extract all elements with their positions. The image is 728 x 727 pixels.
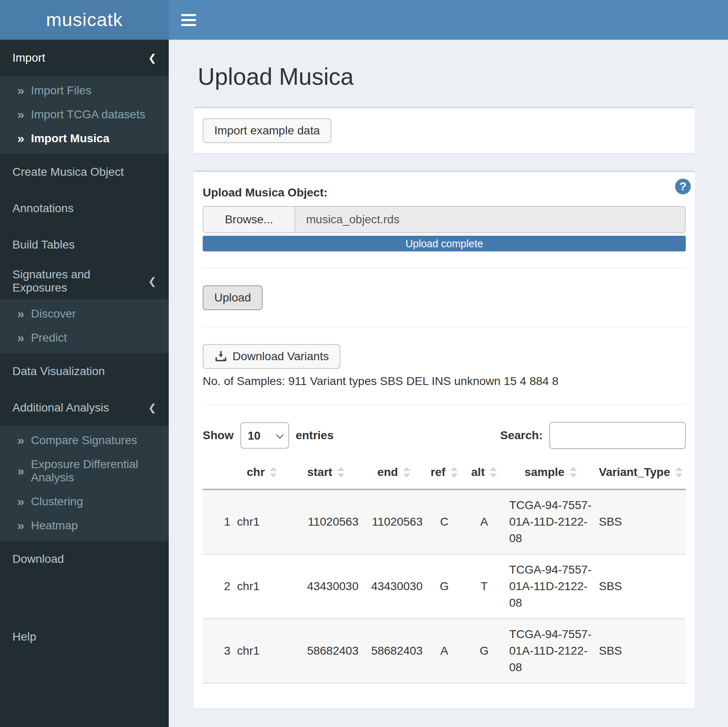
search-label: Search: [500, 429, 543, 442]
sidebar-subitem-label: Compare Signatures [31, 434, 137, 447]
search-input[interactable] [549, 422, 686, 449]
sidebar-item-label: Data Visualization [12, 365, 105, 378]
sidebar-item-download[interactable]: Download [0, 541, 169, 577]
chevron-left-icon: ❮ [148, 52, 156, 64]
sidebar-subitem-heatmap[interactable]: »Heatmap [0, 514, 169, 538]
download-variants-button[interactable]: Download Variants [203, 344, 340, 369]
main-header: musicatk [0, 0, 728, 40]
sidebar-item-additional-analysis[interactable]: Additional Analysis❮ [0, 390, 169, 426]
divider [203, 327, 686, 328]
column-header-variant-type[interactable]: Variant_Type [596, 460, 686, 490]
sidebar-subitem-compare-signatures[interactable]: »Compare Signatures [0, 428, 169, 452]
file-name-field[interactable]: musica_object.rds [295, 206, 686, 233]
page-length-select-wrap: 10 [240, 422, 289, 449]
angle-double-right-icon: » [17, 465, 24, 477]
sidebar-item-data-visualization[interactable]: Data Visualization [0, 353, 169, 390]
browse-button[interactable]: Browse... [203, 206, 295, 233]
sidebar-item-label: Import [12, 51, 45, 65]
divider [203, 404, 686, 405]
angle-double-right-icon: » [17, 496, 24, 507]
sidebar-item-label: Help [12, 630, 36, 643]
datatable-controls: Show 10 entries Search: [203, 422, 686, 449]
sidebar-item-label: Download [12, 552, 64, 566]
top-navbar [169, 0, 728, 40]
sidebar-item-label: Signatures and Exposures [12, 268, 148, 294]
sidebar-item-build-tables[interactable]: Build Tables [0, 227, 169, 263]
divider [203, 268, 686, 269]
chevron-left-icon: ❮ [148, 402, 156, 414]
sidebar-item-label: Create Musica Object [12, 165, 124, 179]
sort-icon [450, 467, 458, 478]
download-icon [214, 350, 228, 363]
cell-ref: A [426, 619, 463, 683]
file-input-group: Browse... musica_object.rds [203, 206, 686, 233]
upload-button[interactable]: Upload [203, 285, 263, 310]
sidebar-item-signatures-and-exposures[interactable]: Signatures and Exposures❮ [0, 263, 169, 299]
column-header-label: start [307, 466, 333, 479]
sidebar-subitem-import-tcga-datasets[interactable]: »Import TCGA datasets [0, 103, 169, 127]
sidebar-subitem-exposure-differential-analysis[interactable]: »Exposure Differential Analysis [0, 452, 169, 490]
sidebar-subitem-label: Clustering [31, 495, 83, 508]
angle-double-right-icon: » [17, 308, 24, 320]
cell-index: 3 [203, 619, 234, 683]
table-row[interactable]: 3chr15868240358682403AGTCGA-94-7557-01A-… [203, 619, 686, 683]
sidebar-menu: Import❮»Import Files»Import TCGA dataset… [0, 40, 169, 727]
table-row[interactable]: 2chr14343003043430030GTTCGA-94-7557-01A-… [203, 554, 686, 619]
cell-start: 58682403 [290, 619, 362, 683]
upload-progress-bar: Upload complete [203, 236, 686, 251]
cell-variant_type: SBS [596, 490, 686, 555]
show-label: Show [203, 429, 234, 442]
help-icon[interactable]: ? [675, 179, 691, 194]
sort-icon [270, 467, 277, 478]
column-header-label: alt [471, 466, 485, 479]
sidebar-subitem-discover[interactable]: »Discover [0, 302, 169, 326]
sort-icon [490, 467, 497, 478]
hamburger-icon [181, 14, 196, 16]
table-header: chrstartendrefaltsampleVariant_Type [203, 460, 686, 490]
cell-alt: G [462, 619, 506, 683]
column-header-label: end [377, 466, 398, 479]
cell-sample: TCGA-94-7557-01A-11D-2122-08 [506, 490, 596, 555]
row-number-header [203, 460, 234, 490]
column-header-start[interactable]: start [290, 460, 362, 490]
column-header-end[interactable]: end [362, 460, 426, 490]
cell-chr: chr1 [234, 554, 290, 619]
sidebar-subitem-import-musica[interactable]: »Import Musica [0, 127, 169, 151]
sidebar-subitem-label: Heatmap [31, 519, 78, 532]
variants-table: chrstartendrefaltsampleVariant_Type 1chr… [203, 460, 686, 684]
sidebar-toggle-button[interactable] [169, 0, 208, 40]
angle-double-right-icon: » [17, 133, 24, 144]
sidebar-subitem-label: Predict [31, 331, 67, 344]
sidebar-subitem-label: Import Files [31, 84, 91, 97]
sidebar-subitem-clustering[interactable]: »Clustering [0, 490, 169, 514]
cell-ref: G [426, 554, 463, 619]
sidebar-subitem-import-files[interactable]: »Import Files [0, 79, 169, 103]
page-length-select[interactable]: 10 [240, 422, 289, 449]
column-header-label: ref [431, 466, 445, 479]
chevron-left-icon: ❮ [148, 275, 156, 287]
sidebar-subitem-predict[interactable]: »Predict [0, 326, 169, 350]
cell-sample: TCGA-94-7557-01A-11D-2122-08 [506, 619, 596, 683]
sidebar-item-create-musica-object[interactable]: Create Musica Object [0, 154, 169, 190]
page-title: Upload Musica [198, 63, 695, 90]
import-example-data-button[interactable]: Import example data [203, 118, 331, 143]
download-variants-label: Download Variants [232, 350, 329, 363]
sort-icon [675, 467, 682, 478]
cell-index: 1 [203, 490, 234, 555]
sidebar-submenu: »Import Files»Import TCGA datasets»Impor… [0, 76, 169, 154]
sidebar-subitem-label: Import TCGA datasets [31, 108, 146, 121]
angle-double-right-icon: » [17, 435, 24, 446]
column-header-ref[interactable]: ref [426, 460, 463, 490]
sidebar-item-annotations[interactable]: Annotations [0, 190, 169, 227]
cell-start: 11020563 [290, 490, 362, 555]
cell-chr: chr1 [234, 619, 290, 683]
table-row[interactable]: 1chr11102056311020563CATCGA-94-7557-01A-… [203, 490, 686, 555]
sidebar-item-import[interactable]: Import❮ [0, 40, 169, 76]
column-header-label: Variant_Type [599, 466, 670, 479]
upload-musica-label: Upload Musica Object: [203, 186, 686, 199]
column-header-sample[interactable]: sample [506, 460, 596, 490]
cell-chr: chr1 [234, 490, 290, 555]
sidebar-item-help[interactable]: Help [0, 619, 169, 655]
column-header-alt[interactable]: alt [462, 460, 506, 490]
column-header-chr[interactable]: chr [234, 460, 290, 490]
